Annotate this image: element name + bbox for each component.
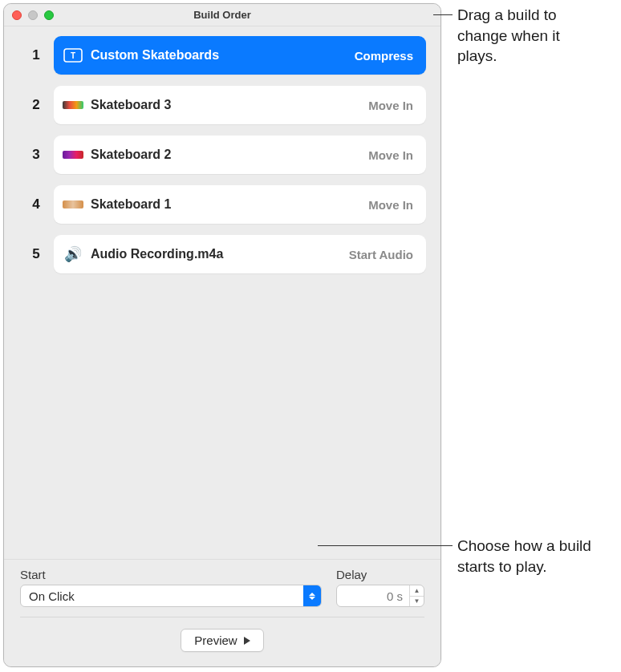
stepper-up-icon[interactable]: ▲ [410, 585, 424, 597]
build-number: 2 [18, 97, 54, 113]
build-row: 5 🔊 Audio Recording.m4a Start Audio [18, 235, 426, 273]
start-label: Start [20, 568, 322, 581]
build-item[interactable]: T Custom Skateboards Compress [54, 36, 426, 75]
chevron-updown-icon [303, 585, 321, 606]
annotation-drag: Drag a build to change when it plays. [457, 5, 602, 67]
build-number: 5 [18, 246, 54, 262]
stepper-down-icon[interactable]: ▼ [410, 597, 424, 607]
close-icon[interactable] [12, 10, 22, 20]
build-number: 4 [18, 196, 54, 213]
minimize-icon [28, 10, 38, 20]
callout-line [318, 545, 453, 546]
build-number: 1 [18, 47, 54, 63]
text-icon: T [62, 47, 84, 64]
start-select[interactable]: On Click [20, 585, 322, 607]
preview-label: Preview [194, 634, 237, 647]
build-effect: Start Audio [349, 248, 413, 261]
speaker-icon: 🔊 [62, 245, 84, 263]
build-label: Audio Recording.m4a [91, 247, 349, 261]
build-effect: Move In [368, 99, 413, 112]
build-item[interactable]: Skateboard 1 Move In [54, 185, 426, 224]
build-label: Skateboard 3 [91, 98, 368, 112]
start-value: On Click [21, 589, 303, 603]
window-title: Build Order [4, 9, 440, 21]
thumbnail-icon [62, 146, 84, 164]
controls-row: Start On Click Delay 0 s ▲ ▼ [20, 568, 424, 607]
svg-text:T: T [71, 51, 75, 60]
preview-button[interactable]: Preview [181, 629, 263, 652]
bottom-panel: Start On Click Delay 0 s ▲ ▼ [4, 559, 440, 666]
build-row: 4 Skateboard 1 Move In [18, 185, 426, 224]
delay-control: Delay 0 s ▲ ▼ [336, 568, 424, 607]
callout-line [433, 14, 453, 15]
build-effect: Move In [368, 148, 413, 162]
titlebar: Build Order [4, 4, 440, 26]
build-row: 1 T Custom Skateboards Compress [18, 36, 426, 75]
build-label: Custom Skateboards [91, 48, 355, 63]
thumbnail-icon [62, 196, 84, 213]
build-label: Skateboard 1 [91, 197, 368, 212]
start-control: Start On Click [20, 568, 322, 607]
zoom-icon[interactable] [44, 10, 54, 20]
divider [20, 617, 424, 617]
traffic-lights [12, 10, 54, 20]
annotation-start: Choose how a build starts to play. [457, 536, 602, 577]
build-effect: Compress [355, 49, 413, 63]
build-order-window: Build Order 1 T Custom Skateboards Compr… [3, 3, 441, 667]
build-effect: Move In [368, 198, 413, 212]
delay-label: Delay [336, 568, 424, 581]
thumbnail-icon [62, 96, 84, 114]
build-list: 1 T Custom Skateboards Compress 2 Skateb… [4, 26, 440, 559]
build-number: 3 [18, 147, 54, 163]
delay-field[interactable]: 0 s ▲ ▼ [336, 585, 424, 607]
delay-value: 0 s [337, 589, 409, 603]
preview-row: Preview [20, 629, 424, 652]
annotations: Drag a build to change when it plays. Ch… [444, 0, 621, 40]
play-icon [244, 637, 250, 645]
build-row: 3 Skateboard 2 Move In [18, 136, 426, 174]
build-label: Skateboard 2 [91, 148, 368, 162]
build-row: 2 Skateboard 3 Move In [18, 86, 426, 124]
build-item[interactable]: 🔊 Audio Recording.m4a Start Audio [54, 235, 426, 273]
delay-stepper: ▲ ▼ [409, 585, 424, 606]
build-item[interactable]: Skateboard 2 Move In [54, 136, 426, 174]
build-item[interactable]: Skateboard 3 Move In [54, 86, 426, 124]
